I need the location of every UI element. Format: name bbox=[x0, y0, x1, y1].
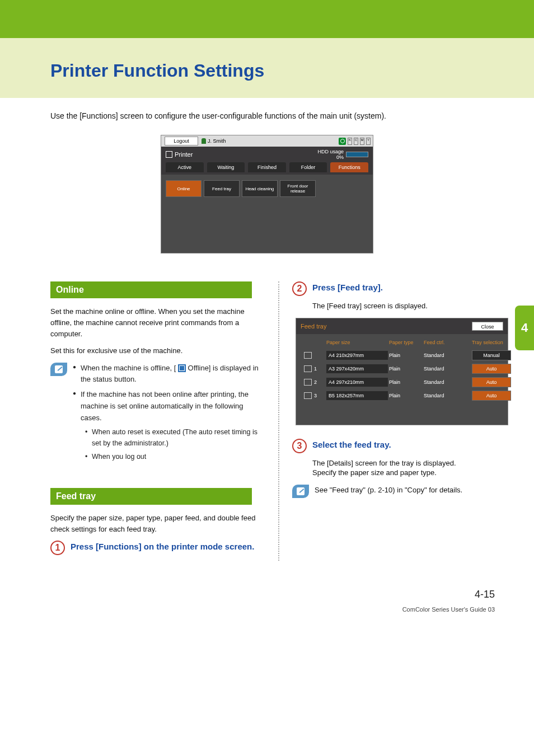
tray-sel-manual[interactable]: Manual bbox=[472, 350, 511, 360]
tray-type: Plain bbox=[389, 366, 423, 372]
tray-num: 1 bbox=[314, 366, 325, 372]
tray-sel-auto[interactable]: Auto bbox=[472, 391, 511, 401]
hdd-pct: 0% bbox=[317, 154, 344, 160]
tray-type: Plain bbox=[389, 379, 423, 385]
chapter-side-tab: 4 bbox=[515, 306, 534, 350]
column-divider bbox=[278, 281, 279, 561]
logout-button[interactable]: Logout bbox=[165, 137, 198, 145]
page-number: 4-15 bbox=[0, 561, 534, 600]
footer-line: ComColor Series User's Guide 03 bbox=[0, 600, 534, 613]
tab-folder[interactable]: Folder bbox=[289, 162, 327, 172]
feedtray-screen-title: Feed tray bbox=[301, 323, 326, 330]
hdd-label: HDD usage bbox=[317, 149, 344, 154]
col-paper-size: Paper size bbox=[326, 340, 388, 345]
page: Printer Function Settings Use the [Funct… bbox=[0, 0, 534, 756]
fn-front-door-release-button[interactable]: Front door release bbox=[280, 180, 316, 197]
person-icon bbox=[202, 138, 206, 144]
tray-ctrl: Standard bbox=[424, 379, 463, 385]
status-chip-icon bbox=[339, 138, 346, 145]
tray-ctrl: Standard bbox=[424, 366, 463, 372]
note-auto-online: If the machine has not been online after… bbox=[73, 389, 266, 462]
top-accent-bar bbox=[0, 0, 534, 38]
col-paper-type: Paper type bbox=[389, 340, 423, 345]
step-3-title: Select the feed tray. bbox=[312, 439, 391, 450]
page-title: Printer Function Settings bbox=[50, 60, 534, 81]
step-3-desc2: Specify the paper size and paper type. bbox=[312, 468, 516, 477]
section-online-heading: Online bbox=[50, 281, 252, 298]
user-label: J. Smith bbox=[202, 138, 226, 144]
online-p2: Set this for exclusive use of the machin… bbox=[50, 345, 266, 356]
step-1-number: 1 bbox=[50, 541, 65, 555]
ink-y-icon: Y bbox=[366, 138, 371, 145]
tray-size: A3 297x420mm bbox=[326, 364, 388, 373]
tray-sel-auto[interactable]: Auto bbox=[472, 364, 511, 374]
feedtray-p1: Specify the paper size, paper type, pape… bbox=[50, 513, 266, 535]
note-logout: When you log out bbox=[85, 451, 266, 462]
tab-active[interactable]: Active bbox=[166, 162, 204, 172]
intro-text: Use the [Functions] screen to configure … bbox=[0, 98, 534, 129]
fn-online-button[interactable]: Online bbox=[166, 180, 202, 197]
tray-2-icon bbox=[304, 379, 312, 386]
step-2: 2 Press [Feed tray]. bbox=[292, 281, 516, 296]
tray-row-1[interactable]: 1 A3 297x420mm Plain Standard Auto bbox=[296, 362, 508, 375]
tray-size: A4 210x297mm bbox=[326, 351, 388, 360]
step-2-desc: The [Feed tray] screen is displayed. bbox=[312, 302, 516, 310]
note-auto-reset: When auto reset is executed (The auto re… bbox=[85, 426, 266, 449]
left-column: Online Set the machine online or offline… bbox=[50, 281, 266, 561]
printer-mode-screenshot: Logout J. Smith K C M Y Printer HDD usag… bbox=[161, 135, 373, 253]
col-tray-selection: Tray selection bbox=[472, 340, 511, 345]
step-3: 3 Select the feed tray. bbox=[292, 439, 516, 453]
tray-ctrl: Standard bbox=[424, 393, 463, 398]
fn-feed-tray-button[interactable]: Feed tray bbox=[204, 180, 240, 197]
step-1: 1 Press [Functions] on the printer mode … bbox=[50, 541, 266, 555]
tab-functions[interactable]: Functions bbox=[330, 162, 368, 172]
mode-label: Printer bbox=[166, 151, 193, 158]
fn-head-cleaning-button[interactable]: Head cleaning bbox=[242, 180, 278, 197]
title-band: Printer Function Settings bbox=[0, 38, 534, 98]
tray-size: A4 297x210mm bbox=[326, 378, 388, 387]
close-button[interactable]: Close bbox=[472, 322, 503, 331]
tray-type: Plain bbox=[389, 353, 423, 358]
tray-row-3[interactable]: 3 B5 182x257mm Plain Standard Auto bbox=[296, 389, 508, 402]
tray-1-icon bbox=[304, 365, 312, 372]
ink-m-icon: M bbox=[360, 138, 364, 145]
hdd-usage-bar bbox=[346, 152, 368, 157]
online-p1: Set the machine online or offline. When … bbox=[50, 306, 266, 340]
section-feedtray-heading: Feed tray bbox=[50, 488, 252, 505]
step-1-title: Press [Functions] on the printer mode sc… bbox=[71, 541, 254, 552]
printer-icon bbox=[166, 151, 172, 158]
crossref-text: See "Feed tray" (p. 2-10) in "Copy" for … bbox=[315, 485, 462, 498]
tray-3-icon bbox=[304, 392, 312, 399]
tray-num: 2 bbox=[314, 379, 325, 385]
tab-waiting[interactable]: Waiting bbox=[207, 162, 245, 172]
note-icon bbox=[50, 363, 67, 376]
tray-size: B5 182x257mm bbox=[326, 391, 388, 400]
col-feed-ctrl: Feed ctrl. bbox=[424, 340, 463, 345]
ink-k-icon: K bbox=[348, 138, 352, 145]
tray-num: 3 bbox=[314, 393, 325, 398]
step-2-number: 2 bbox=[292, 281, 307, 296]
offline-icon bbox=[178, 364, 186, 372]
ink-c-icon: C bbox=[354, 138, 358, 145]
tray-sel-auto[interactable]: Auto bbox=[472, 377, 511, 387]
online-notes: When the machine is offline, [ Offline] … bbox=[73, 363, 266, 466]
note-offline: When the machine is offline, [ Offline] … bbox=[73, 363, 266, 386]
step-3-number: 3 bbox=[292, 439, 307, 453]
tray-row-standard[interactable]: A4 210x297mm Plain Standard Manual bbox=[296, 349, 508, 362]
user-name: J. Smith bbox=[208, 138, 226, 144]
tab-finished[interactable]: Finished bbox=[248, 162, 286, 172]
step-2-title: Press [Feed tray]. bbox=[312, 281, 383, 293]
tray-row-2[interactable]: 2 A4 297x210mm Plain Standard Auto bbox=[296, 375, 508, 389]
tray-type: Plain bbox=[389, 393, 423, 398]
right-column: 2 Press [Feed tray]. The [Feed tray] scr… bbox=[292, 281, 516, 561]
tray-standard-icon bbox=[304, 352, 312, 359]
note-icon bbox=[292, 485, 309, 498]
feed-tray-screenshot: Feed tray Close Paper size Paper type Fe… bbox=[296, 318, 508, 425]
tray-ctrl: Standard bbox=[424, 353, 463, 358]
step-3-desc1: The [Details] screen for the tray is dis… bbox=[312, 459, 516, 467]
